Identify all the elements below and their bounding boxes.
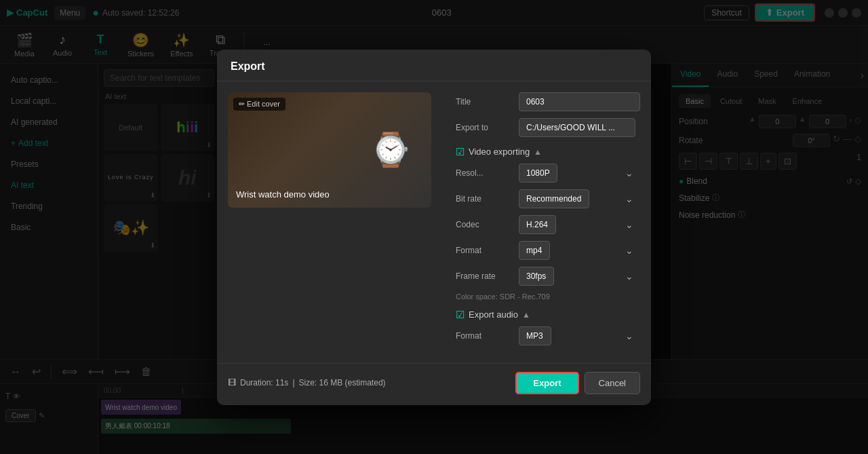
modal-export-button[interactable]: Export [515,372,578,394]
bitrate-row: Bit rate Recommended High Low [456,189,640,208]
format-row: Format mp4 mov avi [456,241,640,260]
resolution-row: Resol... 1080P 720P 4K [456,164,640,183]
framerate-label: Frame rate [456,271,513,281]
modal-preview: ✏ Edit cover ⌚ Wrist watch demo video [228,92,445,352]
audio-section-chevron: ▲ [522,310,530,320]
size-text: Size: 16 MB (estimated) [299,378,386,387]
resolution-label: Resol... [456,168,513,178]
video-check-icon: ☑ [456,146,465,158]
modal-overlay: Export ✏ Edit cover ⌚ Wrist watch demo v… [0,0,868,454]
framerate-row: Frame rate 30fps 24fps 60fps [456,267,640,286]
modal-cancel-button[interactable]: Cancel [585,372,640,394]
title-field-label: Title [456,97,513,107]
audio-format-row: Format MP3 AAC WAV [456,326,640,345]
color-space-info: Color space: SDR - Rec.709 [456,292,640,301]
codec-select[interactable]: H.264 H.265 [519,215,556,234]
bitrate-select[interactable]: Recommended High Low [519,189,589,208]
modal-footer: 🎞 Duration: 11s | Size: 16 MB (estimated… [217,363,651,405]
video-section-chevron: ▲ [534,147,542,157]
title-row: Title [456,92,640,111]
export-to-label: Export to [456,123,513,132]
audio-check-icon: ☑ [456,309,465,321]
modal-form: Title Export to 📁 ☑ Video exporting ▲ [445,92,640,352]
export-to-row: Export to 📁 [456,118,640,138]
audio-format-select[interactable]: MP3 AAC WAV [519,326,551,345]
video-section-header: ☑ Video exporting ▲ [456,146,640,158]
resolution-select[interactable]: 1080P 720P 4K [519,164,557,183]
modal-title: Export [217,50,651,81]
film-icon: 🎞 [228,378,236,387]
edit-cover-button[interactable]: ✏ Edit cover [233,98,285,111]
watch-image: ⌚ [370,131,411,169]
footer-info: 🎞 Duration: 11s | Size: 16 MB (estimated… [228,378,386,387]
title-input[interactable] [519,92,640,111]
preview-title: Wrist watch demo video [236,189,330,200]
preview-thumbnail: ✏ Edit cover ⌚ Wrist watch demo video [228,92,431,208]
audio-format-label: Format [456,331,513,341]
modal-body: ✏ Edit cover ⌚ Wrist watch demo video Ti… [217,81,651,363]
audio-section-header: ☑ Export audio ▲ [456,309,640,321]
format-select[interactable]: mp4 mov avi [519,241,550,260]
pencil-icon: ✏ [239,100,245,109]
codec-label: Codec [456,220,513,229]
bitrate-label: Bit rate [456,194,513,204]
framerate-select[interactable]: 30fps 24fps 60fps [519,267,554,286]
export-modal: Export ✏ Edit cover ⌚ Wrist watch demo v… [217,50,651,405]
codec-row: Codec H.264 H.265 [456,215,640,234]
export-to-input[interactable] [519,118,635,137]
duration-text: Duration: 11s [240,378,288,387]
format-label: Format [456,246,513,255]
